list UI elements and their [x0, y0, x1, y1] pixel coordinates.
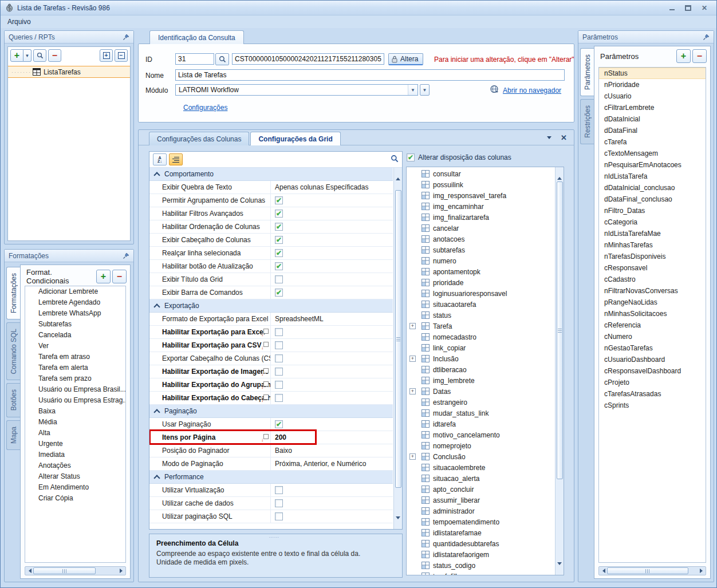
- parameter-item[interactable]: nIdListaTarefa: [599, 171, 706, 182]
- checkbox[interactable]: ✔: [275, 210, 283, 218]
- checkbox[interactable]: ✔: [275, 394, 283, 402]
- parameter-item[interactable]: nFiltro_Datas: [599, 205, 706, 216]
- list-item[interactable]: Criar Cópia: [25, 493, 125, 504]
- column-item[interactable]: administrador: [407, 506, 554, 516]
- column-item[interactable]: motivo_cancelamento: [407, 429, 554, 440]
- column-item[interactable]: quantidadesubtarefas: [407, 538, 554, 549]
- id-input[interactable]: [175, 53, 214, 65]
- altera-button[interactable]: Altera: [388, 53, 423, 65]
- inherit-icon[interactable]: [262, 329, 269, 336]
- scroll-right-button[interactable]: [698, 569, 704, 573]
- parameter-item[interactable]: cNumero: [599, 331, 706, 342]
- parameter-item[interactable]: dDataInicial_conclusao: [599, 182, 706, 194]
- list-item[interactable]: Alterar Status: [25, 471, 125, 482]
- parameter-item[interactable]: cResponsavelDashboard: [599, 365, 706, 377]
- pin-icon[interactable]: [703, 34, 710, 41]
- maximize-button[interactable]: [685, 5, 691, 11]
- parameter-item[interactable]: cCategoria: [599, 216, 706, 228]
- side-tab[interactable]: Botões: [6, 383, 20, 417]
- column-item[interactable]: estrangeiro: [407, 397, 554, 408]
- checkbox[interactable]: ✔: [275, 249, 283, 257]
- parameter-item[interactable]: nMinhasSolicitacoes: [599, 308, 706, 319]
- column-item[interactable]: subtarefas: [407, 244, 554, 255]
- property-row[interactable]: Formato de Exportação para Excel Spreads…: [149, 313, 393, 326]
- column-item[interactable]: + Tarefa: [407, 321, 554, 332]
- parameter-item[interactable]: cResponsavel: [599, 262, 706, 274]
- scrollbar-thumb[interactable]: [557, 181, 563, 479]
- parameter-item[interactable]: cTarefa: [599, 136, 706, 148]
- column-item[interactable]: idlistatarefamae: [407, 527, 554, 538]
- add-parameter-button[interactable]: +: [676, 49, 691, 63]
- collapse-icon[interactable]: [153, 409, 160, 415]
- parameter-item[interactable]: nStatus: [599, 68, 706, 79]
- property-grid-vertical-scrollbar[interactable]: [393, 168, 402, 529]
- property-category-row[interactable]: Paginação: [149, 405, 393, 418]
- property-row[interactable]: Habilitar Exportação do Agrupame. ✔: [149, 378, 393, 392]
- list-item[interactable]: Média: [25, 417, 125, 428]
- column-item[interactable]: possuilink: [407, 179, 554, 190]
- parameter-item[interactable]: dDataInicial: [599, 113, 706, 125]
- checkbox[interactable]: ✔: [275, 275, 283, 283]
- inherit-icon[interactable]: [262, 381, 269, 388]
- configuracoes-link[interactable]: Configurações: [183, 104, 227, 112]
- parameter-item[interactable]: pRangeNaoLidas: [599, 297, 706, 308]
- open-in-browser-link[interactable]: Abrir no navegador: [503, 86, 561, 94]
- tab-identificacao-da-consulta[interactable]: Identificação da Consulta: [149, 30, 244, 44]
- parameter-item[interactable]: cFiltrarLembrete: [599, 102, 706, 113]
- property-row[interactable]: Habilitar botão de Atualização ✔: [149, 260, 393, 273]
- property-category-row[interactable]: Comportamento: [149, 168, 393, 181]
- sort-az-button[interactable]: AZ↓: [153, 153, 167, 165]
- checkbox[interactable]: ✔: [275, 381, 283, 389]
- parameters-horizontal-scrollbar[interactable]: [598, 566, 706, 575]
- list-item[interactable]: Cancelada: [25, 330, 125, 341]
- checkbox[interactable]: ✔: [275, 499, 283, 507]
- column-item[interactable]: situacaotarefa: [407, 299, 554, 310]
- list-item[interactable]: Em Atendimento: [25, 482, 125, 493]
- property-row[interactable]: Exibir Barra de Comandos ✔: [149, 286, 393, 299]
- checkbox[interactable]: ✔: [275, 341, 283, 349]
- column-item[interactable]: nomecadastro: [407, 332, 554, 342]
- list-item[interactable]: Urgente: [25, 439, 125, 449]
- column-item[interactable]: nomeprojeto: [407, 440, 554, 451]
- expand-icon[interactable]: +: [409, 388, 416, 394]
- code-input[interactable]: [232, 53, 384, 65]
- list-item[interactable]: Usuário ou Empresa Brasil...: [25, 384, 125, 395]
- column-item[interactable]: status: [407, 310, 554, 321]
- parameter-item[interactable]: cCadastro: [599, 274, 706, 285]
- scrollbar-thumb[interactable]: [33, 567, 96, 574]
- alter-columns-checkbox[interactable]: ✔: [407, 153, 415, 161]
- column-item[interactable]: anotacoes: [407, 234, 554, 244]
- property-row[interactable]: Posição do Paginador Baixo: [149, 444, 393, 457]
- inherit-icon[interactable]: [262, 368, 269, 375]
- column-item[interactable]: img_lembrete: [407, 375, 554, 386]
- scroll-up-button[interactable]: [396, 169, 400, 177]
- list-item[interactable]: Tarefa sem prazo: [25, 373, 125, 384]
- list-item[interactable]: Usuário ou Empresa Estrag...: [25, 395, 125, 406]
- parameter-item[interactable]: dDataFinal: [599, 125, 706, 136]
- grid-config-tab[interactable]: Configurações da Grid: [250, 132, 340, 145]
- list-item[interactable]: Tarefa em atraso: [25, 352, 125, 362]
- property-category-row[interactable]: Performance: [149, 471, 393, 484]
- side-tab[interactable]: Restrições: [580, 99, 594, 144]
- parameter-item[interactable]: cTextoMensagem: [599, 148, 706, 159]
- checkbox[interactable]: ✔: [275, 223, 283, 231]
- list-item[interactable]: Tarefa em alerta: [25, 362, 125, 373]
- property-row[interactable]: Permitir Agrupamento de Colunas ✔: [149, 194, 393, 207]
- parameter-item[interactable]: nPesquisarEmAnotacoes: [599, 159, 706, 171]
- property-row[interactable]: Habilitar Exportação de Imagens (E ✔: [149, 365, 393, 378]
- property-row[interactable]: Utilizar paginação SQL ✔: [149, 510, 393, 523]
- property-row[interactable]: Modo de Paginação Próxima, Anterior, e N…: [149, 457, 393, 471]
- splitter-grip[interactable]: ⋯⋯: [269, 535, 279, 540]
- property-row[interactable]: Usar Paginação ✔: [149, 418, 393, 431]
- parameter-item[interactable]: cProjeto: [599, 377, 706, 388]
- column-item[interactable]: consultar: [407, 168, 554, 179]
- expand-icon[interactable]: +: [409, 453, 416, 460]
- menu-item-arquivo[interactable]: Arquivo: [7, 18, 31, 26]
- parameter-item[interactable]: nPrioridade: [599, 79, 706, 90]
- checkbox[interactable]: ✔: [275, 368, 283, 376]
- tree-item[interactable]: ······· ListaTarefas: [8, 66, 130, 78]
- collapse-icon[interactable]: [153, 303, 160, 310]
- search-query-button[interactable]: [33, 49, 46, 62]
- column-item[interactable]: dtliberacao: [407, 364, 554, 375]
- checkbox[interactable]: ✔: [275, 262, 283, 270]
